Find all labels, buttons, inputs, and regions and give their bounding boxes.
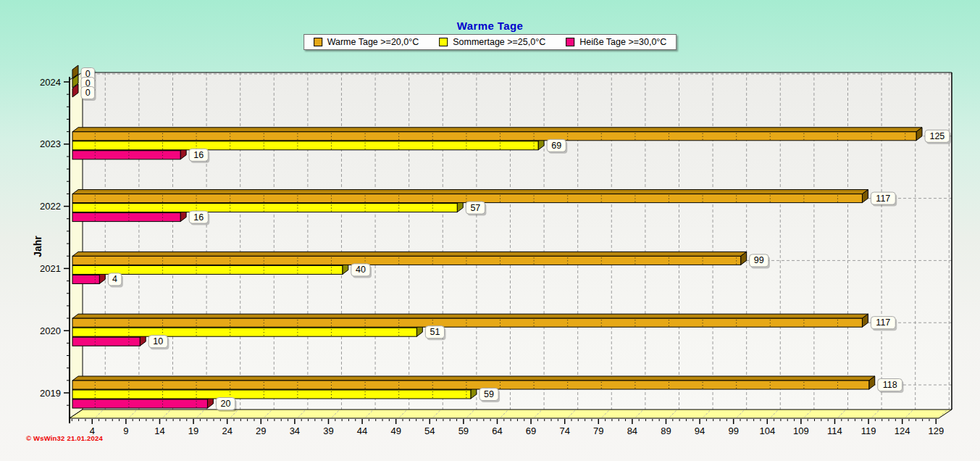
x-tick-label: 54 [424,425,435,436]
bar-top-face [72,128,922,132]
value-label: 16 [193,150,204,160]
value-label: 99 [754,255,764,265]
x-tick-label: 124 [895,425,910,436]
x-tick-label: 104 [759,425,775,436]
x-tick-label: 59 [458,425,469,436]
value-label: 59 [484,389,494,399]
x-tick-label: 49 [390,425,401,436]
x-tick-label: 19 [188,425,198,436]
bar-2019 [72,390,471,399]
y-axis: 202420232022202120202019 [40,77,70,424]
x-tick-label: 114 [827,425,842,436]
bar-2020 [72,318,862,327]
x-tick-label: 89 [661,425,671,436]
bar-2021 [72,256,741,265]
bar-2019 [72,399,207,408]
x-tick-label: 109 [793,425,809,436]
x-tick-label: 84 [627,425,637,436]
x-tick-label: 29 [256,425,266,436]
x-tick-label: 79 [593,425,603,436]
value-label: 0 [85,88,91,98]
y-tick-label: 2024 [40,77,61,88]
bar-top-face [72,314,868,318]
x-tick-label: 9 [123,425,128,436]
y-tick-label: 2020 [40,325,61,336]
bar-2023 [72,141,538,150]
value-label: 69 [551,141,561,151]
y-tick-label: 2021 [40,263,61,274]
value-label: 57 [470,203,480,213]
x-tick-label: 99 [728,425,738,436]
bar-top-face [72,376,875,381]
x-tick-label: 39 [323,425,333,436]
x-tick-label: 24 [222,425,232,436]
bar-top-face [72,252,747,256]
value-label: 10 [153,336,163,346]
bar-2023 [72,132,916,141]
x-tick-label: 129 [928,425,944,436]
plot-area [83,72,952,410]
x-tick-label: 64 [492,425,502,436]
bar-chart: 4914192429343944495459646974798489949910… [0,0,980,461]
value-label: 118 [883,380,897,390]
value-label: 4 [112,274,117,284]
value-label: 40 [356,265,366,275]
bar-2022 [72,194,862,203]
x-tick-label: 34 [290,425,300,436]
y-tick-label: 2022 [40,201,61,212]
bar-2023 [72,151,180,159]
x-tick-label: 44 [357,425,367,436]
x-axis: 4914192429343944495459646974798489949910… [72,419,944,436]
value-label: 117 [876,194,890,204]
bar-2022 [72,204,457,212]
x-tick-label: 74 [559,425,569,436]
x-tick-label: 69 [526,425,536,436]
value-label: 125 [929,131,945,141]
value-label: 51 [430,327,440,337]
bar-2022 [72,213,180,222]
y-tick-label: 2019 [40,388,61,399]
x-tick-label: 94 [695,425,705,436]
weather-chart-window: Warme Tage Warme Tage >=20,0°C Sommertag… [0,0,980,461]
value-label: 117 [876,317,890,328]
bar-2020 [72,337,140,346]
y-tick-label: 2023 [40,138,61,149]
value-label: 16 [193,212,204,223]
value-label: 20 [221,399,231,409]
bar-2019 [72,381,869,389]
bar-group-2024 [72,65,78,97]
x-tick-label: 14 [154,425,164,436]
bar-top-face [72,190,868,194]
x-tick-label: 119 [861,425,876,436]
copyright-watermark: © WsWin32 21.01.2024 [26,434,103,442]
